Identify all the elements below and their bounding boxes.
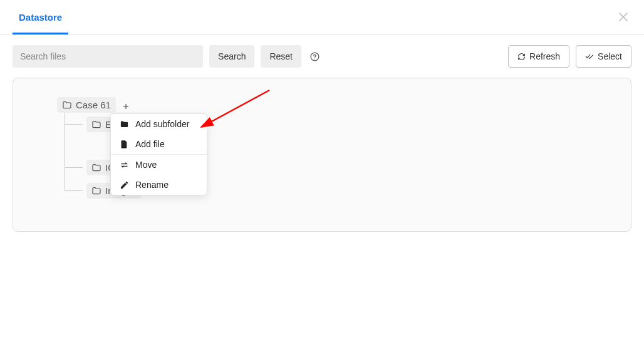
folder-icon	[91, 163, 101, 173]
tabs-row: Datastore	[0, 0, 644, 35]
svg-point-3	[314, 58, 314, 59]
swap-icon	[120, 160, 129, 170]
menu-item-rename[interactable]: Rename	[111, 175, 207, 195]
folder-label: Case 61	[76, 100, 111, 110]
reset-button[interactable]: Reset	[261, 45, 301, 68]
refresh-label: Refresh	[529, 51, 560, 61]
tab-datastore[interactable]: Datastore	[13, 1, 68, 34]
refresh-button[interactable]: Refresh	[508, 45, 569, 68]
menu-item-add-subfolder[interactable]: Add subfolder	[111, 114, 207, 134]
pencil-icon	[120, 180, 129, 190]
select-label: Select	[598, 51, 622, 61]
folder-icon	[91, 120, 101, 130]
toolbar: Search Reset Refresh Select	[0, 35, 644, 78]
plus-icon	[122, 103, 130, 110]
folder-icon	[91, 186, 101, 196]
menu-item-add-file[interactable]: Add file	[111, 134, 207, 154]
select-button[interactable]: Select	[576, 45, 631, 68]
datastore-modal: Datastore Search Reset Refresh	[0, 0, 644, 347]
folder-case61[interactable]: Case 61	[57, 97, 116, 113]
folder-icon	[62, 100, 72, 110]
help-icon[interactable]	[309, 51, 320, 62]
close-icon[interactable]	[616, 10, 630, 24]
search-input[interactable]	[13, 45, 203, 68]
add-button-root[interactable]	[120, 100, 132, 113]
check-all-icon	[585, 52, 594, 61]
search-button[interactable]: Search	[209, 45, 254, 68]
context-menu: Add subfolder Add file Move Rename	[110, 113, 207, 195]
menu-item-move[interactable]: Move	[111, 155, 207, 175]
tree-panel: Case 61 Ev	[13, 78, 631, 232]
menu-item-label: Add file	[135, 139, 165, 149]
refresh-icon	[517, 53, 526, 61]
menu-item-label: Rename	[135, 180, 169, 190]
folder-solid-icon	[120, 120, 129, 129]
menu-item-label: Move	[135, 160, 157, 170]
menu-item-label: Add subfolder	[135, 119, 189, 129]
file-solid-icon	[120, 140, 129, 149]
